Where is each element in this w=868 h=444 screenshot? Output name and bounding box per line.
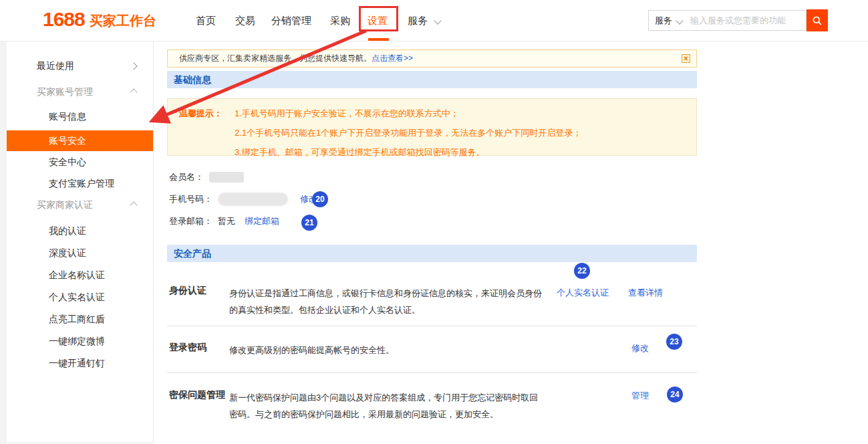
sidebar-item-label: 深度认证 (49, 247, 86, 259)
sidebar-item-label: 账号信息 (49, 111, 86, 123)
modify-password-link[interactable]: 修改 (631, 342, 649, 354)
sidebar-group-account[interactable]: 买家账号管理 (7, 83, 153, 102)
tips-icon: * (173, 107, 177, 118)
sidebar-item-label: 一键开通钉钉 (49, 358, 105, 370)
annotation-red-box-settings (359, 6, 398, 31)
sidebar-item-red-shield[interactable]: 点亮工商红盾 (7, 310, 153, 330)
nav-distribution[interactable]: 分销管理 (271, 15, 311, 27)
nav-purchase[interactable]: 采购 (330, 15, 350, 27)
section-header-basic-info: 基础信息 (167, 71, 697, 88)
sidebar-item-label: 个人实名认证 (49, 292, 105, 304)
sidebar-item-label: 账号安全 (49, 135, 86, 147)
top-bar: 1688 买家工作台 首页 交易 分销管理 采购 设置 服务 服务 输入服务或您… (0, 0, 868, 41)
phone-row: 手机号码： 修改 (169, 192, 317, 207)
sidebar-item-security-center[interactable]: 安全中心 (7, 152, 153, 173)
view-details-link[interactable]: 查看详情 (628, 287, 663, 299)
search-icon (812, 15, 823, 26)
redacted-phone-number (218, 193, 288, 206)
login-password-row: 登录密码 修改更高级别的密码能提高帐号的安全性。 修改 (167, 326, 697, 373)
search-category-select[interactable]: 服务 (655, 15, 672, 27)
tips-label: *温馨提示： (168, 99, 235, 155)
nav-trade[interactable]: 交易 (235, 15, 255, 27)
security-question-row: 密保问题管理 新一代密码保护问题由3个问题以及对应的答案组成，专门用于您忘记密码… (167, 373, 697, 444)
search-input[interactable]: 服务 输入服务或您需要的功能 (648, 10, 807, 31)
row-label: 登录密码 (167, 342, 229, 372)
sidebar-item-recent[interactable]: 最近使用 (7, 56, 153, 76)
row-description: 身份认证是指通过工商信息，或银行卡信息和身份证信息的核实，来证明会员身份的真实性… (229, 285, 546, 326)
sidebar-group-certification[interactable]: 买家商家认证 (7, 196, 153, 215)
tips-line: 3.绑定手机、邮箱，可享受通过绑定手机或邮箱找回密码等服务。 (235, 146, 581, 165)
member-name-row: 会员名： (169, 170, 317, 185)
tips-label-text: 温馨提示： (179, 108, 223, 118)
banner-text: 供应商专区，汇集卖家精选服务，为您提供快速导航。 (179, 53, 372, 63)
sidebar-group-label: 买家账号管理 (37, 86, 93, 98)
sidebar-item-label: 点亮工商红盾 (49, 314, 105, 326)
sidebar: 最近使用 买家账号管理 账号信息 账号安全 安全中心 支付宝账户管理 买家商家认… (7, 41, 154, 443)
email-label: 登录邮箱： (169, 215, 212, 227)
page-left-gutter (0, 41, 7, 444)
sidebar-group-label: 买家商家认证 (37, 199, 93, 211)
security-products-list: 身份认证 身份认证是指通过工商信息，或银行卡信息和身份证信息的核实，来证明会员身… (167, 262, 697, 444)
nav-home[interactable]: 首页 (196, 15, 216, 27)
sidebar-item-open-dingtalk[interactable]: 一键开通钉钉 (7, 354, 153, 374)
row-label: 身份认证 (167, 285, 229, 326)
annotation-badge-23: 23 (666, 334, 682, 350)
manage-questions-link[interactable]: 管理 (631, 390, 649, 402)
sidebar-item-deep-certification[interactable]: 深度认证 (7, 243, 153, 263)
sidebar-item-account-info[interactable]: 账号信息 (7, 107, 153, 127)
row-label: 密保问题管理 (167, 389, 229, 444)
close-icon[interactable]: × (682, 54, 690, 63)
annotation-badge-22: 22 (574, 263, 590, 279)
redacted-member-name (209, 172, 244, 183)
sidebar-item-alipay-account[interactable]: 支付宝账户管理 (7, 174, 153, 194)
supplier-zone-banner: 供应商专区，汇集卖家精选服务，为您提供快速导航。点击查看>> × (167, 49, 697, 68)
annotation-badge-24: 24 (667, 386, 683, 403)
chevron-up-icon (130, 88, 137, 96)
section-header-security-products: 安全产品 (167, 245, 697, 262)
sidebar-item-label: 支付宝账户管理 (49, 178, 114, 190)
sidebar-item-label: 安全中心 (49, 156, 86, 169)
profile-info: 会员名： 手机号码： 修改 登录邮箱： 暂无 绑定邮箱 (169, 170, 317, 236)
tips-box: *温馨提示： 1.手机号码用于账户安全验证，不展示在您的联系方式中； 2.1个手… (167, 98, 697, 156)
sidebar-item-my-certification[interactable]: 我的认证 (7, 221, 153, 241)
sidebar-item-label: 我的认证 (49, 225, 86, 237)
bind-email-link[interactable]: 绑定邮箱 (245, 215, 279, 227)
logo-workbench-label: 买家工作台 (90, 12, 156, 30)
sidebar-item-account-security[interactable]: 账号安全 (7, 130, 153, 151)
nav-service[interactable]: 服务 (408, 15, 428, 27)
sidebar-item-personal-realname-cert[interactable]: 个人实名认证 (7, 288, 153, 308)
annotation-badge-21: 21 (301, 215, 317, 231)
phone-label: 手机号码： (169, 193, 212, 205)
sidebar-item-label: 最近使用 (37, 60, 74, 72)
annotation-badge-20: 20 (312, 191, 328, 207)
email-row: 登录邮箱： 暂无 绑定邮箱 (169, 214, 317, 229)
sidebar-item-bind-weibo[interactable]: 一键绑定微博 (7, 332, 153, 352)
chevron-right-icon (130, 62, 137, 70)
personal-realname-cert-link[interactable]: 个人实名认证 (557, 287, 609, 299)
tips-lines: 1.手机号码用于账户安全验证，不展示在您的联系方式中； 2.1个手机号码只能在1… (235, 99, 581, 155)
search-button[interactable] (807, 9, 828, 31)
row-description: 修改更高级别的密码能提高帐号的安全性。 (229, 342, 546, 372)
member-name-label: 会员名： (169, 171, 204, 183)
tips-line: 2.1个手机号码只能在1个账户下开启登录功能用于登录，无法在多个账户下同时开启登… (235, 126, 581, 146)
identity-cert-row: 身份认证 身份认证是指通过工商信息，或银行卡信息和身份证信息的核实，来证明会员身… (167, 262, 697, 326)
search-placeholder: 输入服务或您需要的功能 (690, 15, 786, 27)
chevron-up-icon (130, 201, 137, 209)
sidebar-item-label: 一键绑定微博 (49, 336, 105, 348)
tips-line: 1.手机号码用于账户安全验证，不展示在您的联系方式中； (235, 107, 581, 126)
sidebar-item-label: 企业名称认证 (49, 269, 105, 282)
row-description: 新一代密码保护问题由3个问题以及对应的答案组成，专门用于您忘记密码时取回密码。与… (229, 389, 546, 444)
sidebar-item-company-name-cert[interactable]: 企业名称认证 (7, 265, 153, 286)
active-tab-underline (368, 38, 389, 41)
email-value: 暂无 (218, 215, 235, 227)
chevron-down-icon[interactable] (676, 17, 683, 24)
banner-view-link[interactable]: 点击查看>> (372, 53, 413, 63)
chevron-down-icon[interactable] (434, 17, 441, 24)
logo-1688[interactable]: 1688 (43, 8, 85, 31)
